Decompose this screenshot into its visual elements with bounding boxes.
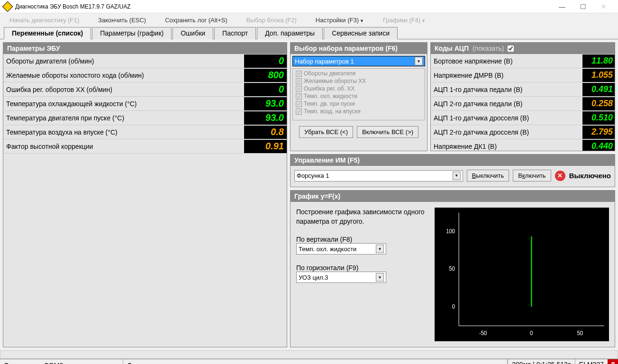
start-diag-button: Начать диагностику (F1) xyxy=(9,17,79,24)
dropdown-icon: ▼ xyxy=(415,57,423,65)
adc-row: АЦП 1-го датчика дросселя (В)0.510 xyxy=(431,111,615,125)
check-item[interactable]: ✓Обороты двигателя xyxy=(294,70,424,77)
horizontal-axis-select[interactable]: УОЗ цил.3 ▼ xyxy=(296,272,386,283)
param-row: Обороты двигателя (об/мин)0 xyxy=(3,54,287,68)
check-item[interactable]: ✓Ошибка рег. об. ХХ xyxy=(294,85,424,92)
svg-text:0: 0 xyxy=(530,330,533,336)
actuator-select[interactable]: Форсунка 1 ▼ xyxy=(294,170,463,182)
param-row: Температура охлаждающей жидкости (°C)93.… xyxy=(3,97,287,111)
param-row: Температура воздуха на впуске (°C)0.8 xyxy=(3,125,287,139)
adc-row: АЦП 2-го датчика педали (В)0.258 xyxy=(431,97,615,111)
adc-title: Коды АЦП (показать) xyxy=(431,43,615,54)
param-row: Ошибка рег. оборотов ХХ (об/мин)0 xyxy=(3,82,287,97)
statusbar: Открыт порт COM3 Данные получены 309мс |… xyxy=(0,359,618,364)
control-im-panel: Управление ИМ (F5) Форсунка 1 ▼ Выключит… xyxy=(290,154,615,187)
adc-show-checkbox[interactable] xyxy=(508,46,514,52)
vertical-axis-label: По вертикали (F8) xyxy=(296,236,429,243)
tab-params-chart[interactable]: Параметры (график) xyxy=(92,27,172,39)
svg-text:50: 50 xyxy=(577,330,583,336)
ecu-params-title: Параметры ЭБУ xyxy=(3,43,287,54)
dropdown-icon: ▼ xyxy=(376,245,384,253)
stop-icon[interactable]: ✕ xyxy=(555,171,565,181)
select-block-button: Выбор блока (F2) xyxy=(246,17,297,24)
check-item[interactable]: ✓Темп. охл. жидкости xyxy=(294,92,424,100)
status-adapter: ELM327 xyxy=(575,359,608,364)
horizontal-scrollbar[interactable] xyxy=(0,350,618,359)
add-all-button[interactable]: Включить ВСЕ (>) xyxy=(357,126,418,138)
check-item[interactable]: ✓Темп. возд. на впуске xyxy=(294,108,424,115)
param-set-panel: Выбор набора параметров (F6) Набор парам… xyxy=(290,42,427,151)
vertical-axis-select[interactable]: Темп. охл. жидкости ▼ xyxy=(296,243,386,255)
adc-row: АЦП 2-го датчика дросселя (В)2.795 xyxy=(431,125,615,139)
actuator-status: Выключено xyxy=(569,172,611,180)
minimize-button[interactable]: — xyxy=(552,0,573,13)
status-port: Открыт порт COM3 xyxy=(0,359,123,364)
param-row: Фактор высотной коррекции0.91 xyxy=(3,139,287,154)
status-message: Данные получены xyxy=(123,359,508,364)
horizontal-axis-label: По горизонтали (F9) xyxy=(296,264,429,272)
svg-text:50: 50 xyxy=(449,266,455,272)
dropdown-icon: ▼ xyxy=(376,273,384,282)
adc-panel: Коды АЦП (показать) Бортовое напряжение … xyxy=(430,42,615,151)
status-flag: Д xyxy=(608,359,618,364)
svg-text:100: 100 xyxy=(446,228,455,234)
xy-chart: 0 50 100 -50 0 50 xyxy=(435,208,609,341)
finish-button[interactable]: Закончить (ESC) xyxy=(98,17,146,24)
charts-menu: Графики (F4)▼ xyxy=(383,17,426,24)
tab-passport[interactable]: Паспорт xyxy=(214,27,256,39)
app-icon xyxy=(2,1,13,12)
adc-row: Бортовое напряжение (В)11.80 xyxy=(431,54,615,68)
control-im-title: Управление ИМ (F5) xyxy=(291,155,615,166)
param-checklist[interactable]: ✓Обороты двигателя ✓Желаемые обороты ХХ … xyxy=(292,68,425,120)
graph-title: График y=F(x) xyxy=(291,191,615,202)
turn-off-button[interactable]: Выключить xyxy=(467,170,509,182)
adc-row: Напряжение ДК1 (В)0.440 xyxy=(431,139,615,151)
param-row: Желаемые обороты холостого хода (об/мин)… xyxy=(3,68,287,82)
param-set-title: Выбор набора параметров (F6) xyxy=(291,43,427,54)
check-item[interactable]: ✓Желаемые обороты ХХ xyxy=(294,77,424,85)
titlebar: Диагностика ЭБУ Bosch ME17.9.7 GAZ/UAZ —… xyxy=(0,0,618,13)
param-row: Температура двигателя при пуске (°C)93.0 xyxy=(3,111,287,125)
save-log-button[interactable]: Сохранить лог (Alt+S) xyxy=(165,17,227,24)
window-title: Диагностика ЭБУ Bosch ME17.9.7 GAZ/UAZ xyxy=(15,3,552,10)
svg-text:-50: -50 xyxy=(479,330,487,336)
tab-service[interactable]: Сервисные записи xyxy=(324,27,398,39)
tabs: Переменные (список) Параметры (график) О… xyxy=(0,27,618,39)
graph-description: Построение графика зависимости одного па… xyxy=(296,208,429,226)
maximize-button[interactable]: ☐ xyxy=(573,0,593,13)
tab-extra-params[interactable]: Доп. параметры xyxy=(257,27,323,39)
check-item[interactable]: ✓Темп. дв. при пуске xyxy=(294,100,424,108)
tab-variables[interactable]: Переменные (список) xyxy=(4,27,91,39)
dropdown-icon: ▼ xyxy=(453,172,461,180)
graph-panel: График y=F(x) Построение графика зависим… xyxy=(290,190,615,347)
tab-errors[interactable]: Ошибки xyxy=(173,27,213,39)
settings-menu[interactable]: Настройки (F3)▼ xyxy=(316,17,364,24)
remove-all-button[interactable]: Убрать ВСЕ (<) xyxy=(299,126,353,138)
svg-text:0: 0 xyxy=(452,303,455,309)
adc-row: АЦП 1-го датчика педали (В)0.491 xyxy=(431,82,615,97)
adc-row: Напряжение ДМРВ (В)1.055 xyxy=(431,68,615,82)
ecu-params-panel: Параметры ЭБУ Обороты двигателя (об/мин)… xyxy=(3,42,287,347)
status-timing: 309мс | 0:1:35,513с xyxy=(508,359,575,364)
param-set-select[interactable]: Набор параметров 1 ▼ xyxy=(292,56,425,66)
close-button[interactable]: ✕ xyxy=(593,0,614,13)
turn-on-button[interactable]: Включить xyxy=(513,170,551,182)
toolbar: Начать диагностику (F1) Закончить (ESC) … xyxy=(0,13,618,27)
